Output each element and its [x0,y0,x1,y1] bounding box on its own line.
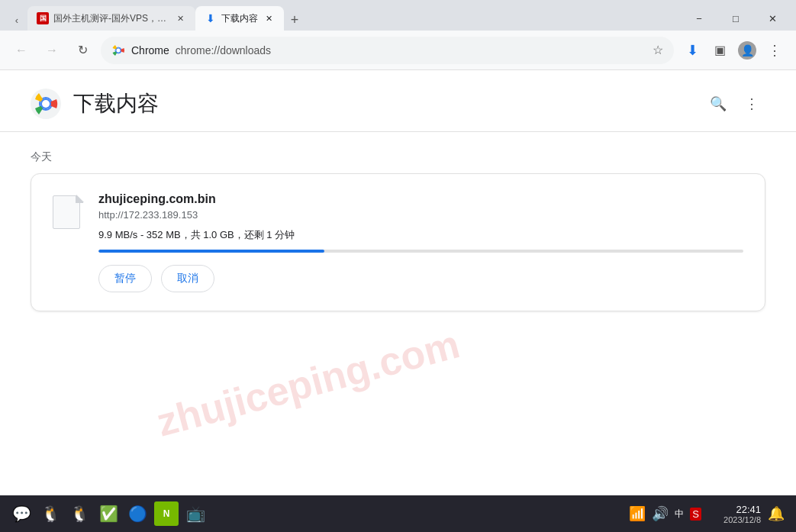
input-method-indicator[interactable]: 中 [675,508,684,521]
close-button[interactable]: ✕ [755,6,790,31]
chrome-logo-icon [31,89,61,119]
antivirus-icon[interactable]: S [690,508,701,521]
download-info: zhujiceping.com.bin http://172.233.189.1… [98,192,743,292]
taskbar-nvidia-icon[interactable]: N [154,501,179,526]
progress-bar-fill [98,250,324,253]
nav-brand: Chrome [131,44,169,56]
taskbar-wechat-icon[interactable]: 💬 [9,501,34,526]
tab-1[interactable]: 国 国外主机测评-国外VPS，国... ✕ [27,6,195,31]
chrome-nav-icon [111,44,125,57]
notification-icon[interactable]: 🔔 [765,503,787,524]
maximize-button[interactable]: □ [718,6,753,31]
tab1-favicon: 国 [37,12,49,24]
file-icon [53,195,83,232]
profile-button[interactable]: 👤 [735,38,759,63]
taskbar-clock[interactable]: 22:41 2023/12/8 [706,504,761,524]
forward-button[interactable]: → [40,38,64,63]
svg-point-2 [117,48,121,52]
volume-icon[interactable]: 🔊 [652,505,669,522]
tab1-close[interactable]: ✕ [174,12,186,24]
download-actions: 暂停 取消 [98,265,743,292]
address-bar[interactable]: Chrome chrome://downloads ☆ [101,37,674,64]
back-button[interactable]: ← [9,38,34,63]
minimize-button[interactable]: − [682,6,717,31]
taskbar-check-icon[interactable]: ✅ [96,501,121,526]
tab-scroll-left[interactable]: ‹ [6,9,27,31]
downloads-header: 下载内容 🔍 ⋮ [0,70,796,132]
tab-bar: ‹ 国 国外主机测评-国外VPS，国... ✕ ⬇ 下载内容 ✕ + [0,6,682,31]
download-icon-btn[interactable]: ⬇ [680,38,704,63]
taskbar-penguin2-icon[interactable]: 🐧 [67,501,92,526]
downloads-content: 今天 zhujiceping.com.bin http://172.233.18… [0,132,796,495]
wifi-icon[interactable]: 📶 [629,505,646,522]
section-today-label: 今天 [31,150,765,164]
download-url[interactable]: http://172.233.189.153 [98,209,743,221]
nav-url: chrome://downloads [176,44,646,56]
taskbar-penguin1-icon[interactable]: 🐧 [38,501,63,526]
cancel-button[interactable]: 取消 [161,265,214,292]
file-icon-fold [76,195,83,203]
taskbar-display-icon[interactable]: 📺 [183,501,208,526]
more-options-button[interactable]: ⋮ [738,90,765,118]
page-title: 下载内容 [73,89,704,118]
nav-right-buttons: ⬇ ▣ 👤 ⋮ [680,38,787,63]
taskbar-bluetooth-icon[interactable]: 🔵 [125,501,150,526]
search-button[interactable]: 🔍 [704,90,732,118]
tab2-favicon: ⬇ [205,12,217,24]
new-tab-button[interactable]: + [284,9,305,31]
tab2-close[interactable]: ✕ [263,12,275,24]
download-filename: zhujiceping.com.bin [98,192,743,206]
title-bar: ‹ 国 国外主机测评-国外VPS，国... ✕ ⬇ 下载内容 ✕ + − □ ✕ [0,0,796,31]
clock-date: 2023/12/8 [723,515,761,524]
svg-point-6 [42,100,50,108]
nav-bar: ← → ↻ Chrome chrome://downloads ☆ ⬇ ▣ 👤 … [0,31,796,70]
progress-bar-container [98,250,743,253]
clock-time: 22:41 [736,504,761,515]
chrome-page: 下载内容 🔍 ⋮ 今天 zhujiceping.com.bin http://1… [0,70,796,495]
taskbar-system-tray: 📶 🔊 中 S [629,505,701,522]
window-controls: − □ ✕ [682,6,796,31]
download-status: 9.9 MB/s - 352 MB，共 1.0 GB，还剩 1 分钟 [98,228,743,242]
sidebar-toggle-btn[interactable]: ▣ [707,38,732,63]
taskbar: 💬 🐧 🐧 ✅ 🔵 N 📺 📶 🔊 中 S 22:41 2023/12/8 🔔 [0,495,796,532]
tab2-title: 下载内容 [221,12,258,25]
header-actions: 🔍 ⋮ [704,90,765,118]
reload-button[interactable]: ↻ [70,38,95,63]
tab-2[interactable]: ⬇ 下载内容 ✕ [195,6,284,31]
tab1-title: 国外主机测评-国外VPS，国... [53,12,169,25]
pause-button[interactable]: 暂停 [98,265,152,292]
bookmark-icon[interactable]: ☆ [653,43,663,57]
download-item: zhujiceping.com.bin http://172.233.189.1… [31,173,765,311]
more-menu-button[interactable]: ⋮ [762,38,787,63]
